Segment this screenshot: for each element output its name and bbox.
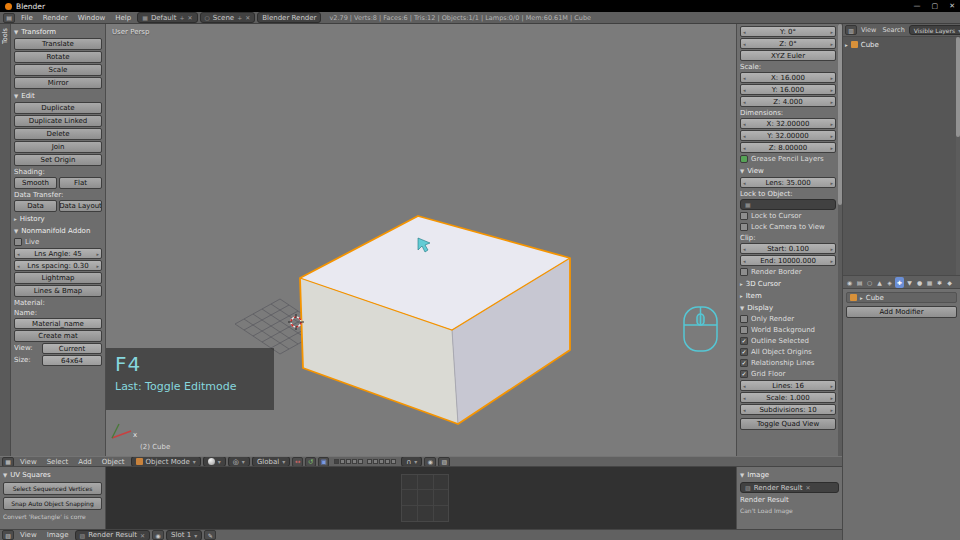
pivot-selector[interactable]: ◎ ▾: [228, 456, 250, 467]
editor-type-outliner-icon[interactable]: ▥: [845, 25, 857, 35]
tab-world[interactable]: ▲: [875, 277, 884, 288]
render-border-checkbox[interactable]: Render Border: [740, 267, 836, 277]
viewport-shading-selector[interactable]: ▾: [203, 456, 226, 467]
layer-7[interactable]: [373, 459, 378, 464]
display-section-header[interactable]: ▼Display: [740, 303, 836, 313]
tab-object[interactable]: ◈: [885, 277, 894, 288]
minimize-button[interactable]: —: [914, 2, 921, 10]
render-opengl-anim-icon[interactable]: ▨: [438, 457, 450, 467]
scale-button[interactable]: Scale: [14, 64, 102, 76]
outliner-filter-selector[interactable]: Visible Layers ▾: [909, 25, 960, 35]
unlink-screen-icon[interactable]: ✕: [188, 14, 193, 21]
rotation-z-field[interactable]: Z: 0°: [740, 38, 836, 49]
outliner-scrollbar[interactable]: [956, 37, 960, 275]
rotation-mode-selector[interactable]: XYZ Euler: [740, 50, 836, 61]
3d-viewport[interactable]: x User Persp (2) Cube F4 Last: Toggle Ed…: [106, 24, 736, 456]
item-section-header[interactable]: ▸Item: [740, 291, 836, 301]
menu-image-view[interactable]: View: [16, 531, 41, 539]
uv-squares-header[interactable]: ▼UV Squares: [3, 470, 102, 480]
layer-switcher[interactable]: [334, 459, 396, 464]
grid-lines-field[interactable]: Lines: 16: [740, 380, 836, 391]
snap-selector[interactable]: ∩ ▾: [401, 456, 422, 467]
edit-pencil-icon[interactable]: ✎: [204, 530, 216, 540]
tab-data[interactable]: ▼: [905, 277, 914, 288]
editor-type-3d-icon[interactable]: ▦: [2, 457, 14, 467]
mode-selector[interactable]: Object Mode ▾: [131, 456, 201, 467]
layer-9[interactable]: [385, 459, 390, 464]
relationship-lines-checkbox[interactable]: ✓Relationship Lines: [740, 358, 836, 368]
layer-10[interactable]: [391, 459, 396, 464]
menu-view3d-view[interactable]: View: [16, 458, 41, 466]
tab-material[interactable]: ●: [915, 277, 924, 288]
duplicate-linked-button[interactable]: Duplicate Linked: [14, 115, 102, 127]
scene-selector[interactable]: ○ Scene + ✕: [200, 12, 256, 23]
data-layout-button[interactable]: Data Layout: [59, 200, 102, 212]
world-background-checkbox[interactable]: World Background: [740, 325, 836, 335]
grease-pencil-row[interactable]: Grease Pencil Layers: [740, 154, 836, 164]
menu-render[interactable]: Render: [39, 14, 72, 22]
cube-mesh[interactable]: [300, 216, 570, 424]
transform-section-header[interactable]: ▼Transform: [14, 27, 102, 37]
layer-6[interactable]: [367, 459, 372, 464]
menu-view3d-object[interactable]: Object: [98, 458, 129, 466]
lock-camera-checkbox[interactable]: Lock Camera to View: [740, 222, 836, 232]
tool-shelf-tabs[interactable]: Tools: [0, 24, 11, 456]
tab-tools[interactable]: Tools: [1, 28, 9, 44]
grid-scale-field[interactable]: Scale: 1.000: [740, 392, 836, 403]
dimension-z-field[interactable]: Z: 8.00000: [740, 142, 836, 153]
material-name-field[interactable]: Material_name: [14, 318, 102, 329]
menu-outliner-search[interactable]: Search: [880, 26, 906, 34]
flat-button[interactable]: Flat: [59, 177, 102, 189]
orientation-selector[interactable]: Global ▾: [252, 456, 290, 467]
unlink-scene-icon[interactable]: ✕: [245, 14, 250, 21]
layer-1[interactable]: [334, 459, 339, 464]
menu-help[interactable]: Help: [111, 14, 135, 22]
tab-physics[interactable]: ◆: [945, 277, 954, 288]
slot-selector[interactable]: Slot 1 ▾: [166, 530, 202, 540]
tab-modifiers[interactable]: ✚: [895, 277, 904, 288]
scale-x-field[interactable]: X: 16.000: [740, 72, 836, 83]
menu-window[interactable]: Window: [74, 14, 110, 22]
delete-button[interactable]: Delete: [14, 128, 102, 140]
toggle-quad-view-button[interactable]: Toggle Quad View: [740, 418, 836, 430]
select-sequenced-vertices-button[interactable]: Select Sequenced Vertices: [3, 482, 102, 495]
tab-scene[interactable]: ○: [865, 277, 874, 288]
clip-start-field[interactable]: Start: 0.100: [740, 243, 836, 254]
history-section-header[interactable]: ▸History: [14, 214, 102, 224]
layer-2[interactable]: [340, 459, 345, 464]
footer-image-selector[interactable]: ▨ Render Result ✕: [75, 530, 150, 540]
lns-angle-field[interactable]: Lns Angle: 45: [14, 248, 102, 259]
view-section-header[interactable]: ▼View: [740, 166, 836, 176]
layer-3[interactable]: [346, 459, 351, 464]
translate-button[interactable]: Translate: [14, 38, 102, 50]
layer-5[interactable]: [358, 459, 363, 464]
tab-particles[interactable]: ✱: [935, 277, 944, 288]
editor-type-image-icon[interactable]: ▨: [2, 530, 14, 540]
rotation-y-field[interactable]: Y: 0°: [740, 26, 836, 37]
rotate-button[interactable]: Rotate: [14, 51, 102, 63]
view-selector[interactable]: Current: [42, 343, 102, 354]
menu-view3d-add[interactable]: Add: [74, 458, 96, 466]
add-scene-icon[interactable]: +: [237, 14, 242, 21]
screen-layout-selector[interactable]: ▦ Default + ✕: [137, 12, 197, 23]
render-opengl-icon[interactable]: ◉: [424, 457, 436, 467]
size-selector[interactable]: 64x64: [42, 355, 102, 366]
menu-image-image[interactable]: Image: [43, 531, 73, 539]
only-render-checkbox[interactable]: Only Render: [740, 314, 836, 324]
tab-texture[interactable]: ▦: [925, 277, 934, 288]
dimension-y-field[interactable]: Y: 32.00000: [740, 130, 836, 141]
add-modifier-button[interactable]: Add Modifier: [846, 306, 957, 318]
lock-to-cursor-checkbox[interactable]: Lock to Cursor: [740, 211, 836, 221]
close-button[interactable]: ✕: [949, 2, 955, 10]
manipulator-rotate-icon[interactable]: ↺: [305, 457, 316, 467]
edit-section-header[interactable]: ▼Edit: [14, 91, 102, 101]
image-editor-canvas[interactable]: [106, 467, 736, 529]
set-origin-button[interactable]: Set Origin: [14, 154, 102, 166]
tab-render-layers[interactable]: ▤: [855, 277, 864, 288]
dimension-x-field[interactable]: X: 32.00000: [740, 118, 836, 129]
menu-file[interactable]: File: [17, 14, 37, 22]
lines-bmap-button[interactable]: Lines & Bmap: [14, 285, 102, 297]
menu-view3d-select[interactable]: Select: [43, 458, 73, 466]
maximize-button[interactable]: ▢: [932, 2, 939, 10]
unlink-image-icon[interactable]: ✕: [140, 532, 145, 539]
